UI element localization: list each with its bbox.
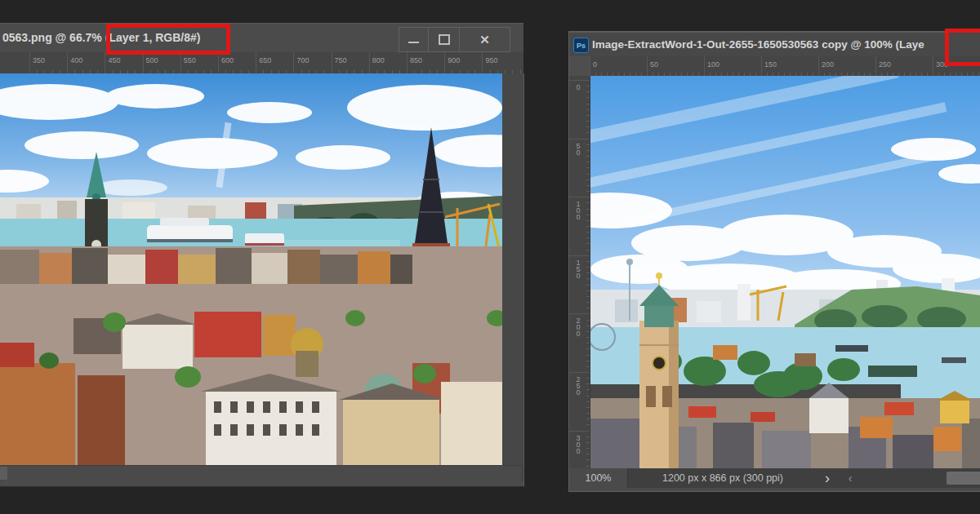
scrollbar-thumb[interactable] <box>947 472 980 485</box>
left-zoom-box-partial[interactable] <box>0 467 7 480</box>
left-maximize-button[interactable] <box>428 27 460 52</box>
photoshop-workspace: 0563.png @ 66.7% (Layer 1, RGB/8#) ✕ 350… <box>0 0 980 514</box>
right-window-title: Image-ExtractWord-1-Out-2655-1650530563 … <box>592 38 893 51</box>
left-window-title: 0563.png @ 66.7% <box>2 31 102 44</box>
right-window-titlebar[interactable]: Image-ExtractWord-1-Out-2655-1650530563 … <box>569 32 980 57</box>
zoom-level-field[interactable]: 100% <box>569 468 628 488</box>
document-info: 1200 px x 866 px (300 ppi) <box>651 468 795 488</box>
left-status-strip <box>2 465 523 483</box>
left-close-button[interactable]: ✕ <box>459 27 510 52</box>
left-canvas-photo[interactable] <box>0 73 502 465</box>
left-minimize-button[interactable] <box>399 27 429 52</box>
photoshop-file-icon: Ps <box>573 38 589 53</box>
right-window-layer-info: (Laye <box>896 38 924 51</box>
right-window-bottom-edge <box>569 488 980 491</box>
right-horizontal-ruler[interactable]: 050100150200250300 <box>590 56 980 77</box>
left-window-layer-info: (Layer 1, RGB/8#) <box>105 31 201 44</box>
scroll-left-chevron-icon[interactable]: ‹ <box>844 468 857 488</box>
minimize-icon <box>408 42 419 43</box>
right-vertical-ruler[interactable]: 050100150200250300 <box>569 76 590 468</box>
right-window: Image-ExtractWord-1-Out-2655-1650530563 … <box>568 31 980 492</box>
left-window-bottom-edge <box>0 481 524 487</box>
right-canvas-photo[interactable] <box>590 76 980 468</box>
right-status-bar: 100% 1200 px x 866 px (300 ppi) › ‹ <box>569 468 980 488</box>
close-icon: ✕ <box>479 33 490 46</box>
ruler-corner-box[interactable] <box>569 56 590 77</box>
maximize-icon <box>439 34 450 45</box>
left-horizontal-ruler[interactable]: 350400450500550600650700750800850900950 <box>0 52 523 74</box>
status-flyout-chevron-icon[interactable]: › <box>819 468 835 488</box>
